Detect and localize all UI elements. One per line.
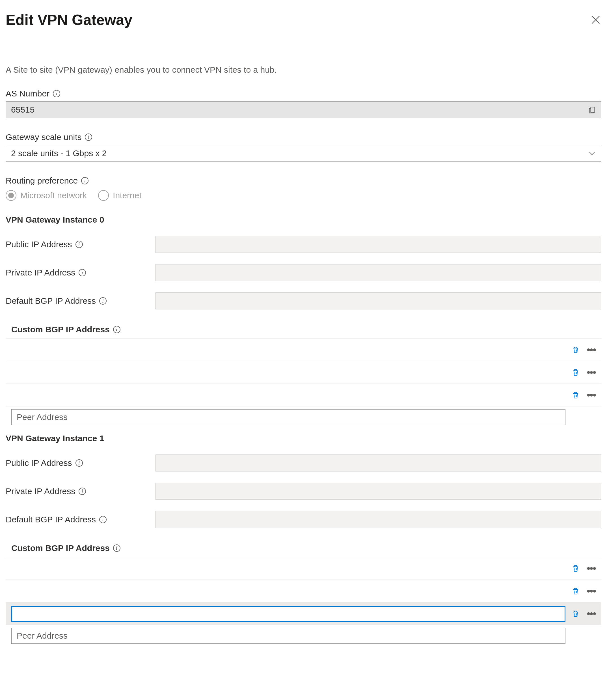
instance-1-heading: VPN Gateway Instance 1 xyxy=(6,434,601,443)
info-icon[interactable]: i xyxy=(113,326,121,333)
more-icon[interactable]: ••• xyxy=(587,345,596,355)
routing-pref-label: Routing preference xyxy=(6,176,78,186)
default-bgp-label: Default BGP IP Address xyxy=(6,296,96,306)
peer-address-input-0[interactable] xyxy=(11,409,565,425)
public-ip-field-0 xyxy=(155,236,601,253)
close-icon xyxy=(590,14,601,25)
more-icon[interactable]: ••• xyxy=(587,563,596,574)
more-icon[interactable]: ••• xyxy=(587,390,596,400)
custom-bgp-row: ••• xyxy=(6,361,601,384)
trash-icon[interactable] xyxy=(571,368,580,377)
info-icon[interactable]: i xyxy=(99,297,107,305)
routing-pref-microsoft: Microsoft network xyxy=(6,190,87,201)
description-text: A Site to site (VPN gateway) enables you… xyxy=(6,65,601,75)
as-number-label: AS Number xyxy=(6,89,49,98)
scale-units-label: Gateway scale units xyxy=(6,132,81,142)
default-bgp-field-1 xyxy=(155,511,601,528)
scale-units-select[interactable]: 2 scale units - 1 Gbps x 2 xyxy=(6,145,601,162)
default-bgp-label: Default BGP IP Address xyxy=(6,515,96,524)
custom-bgp-row: ••• xyxy=(6,580,601,602)
default-bgp-field-0 xyxy=(155,292,601,309)
trash-icon[interactable] xyxy=(571,346,580,354)
chevron-down-icon xyxy=(588,149,596,157)
private-ip-label: Private IP Address xyxy=(6,487,75,496)
custom-bgp-row-active[interactable]: ••• xyxy=(6,602,601,625)
trash-icon[interactable] xyxy=(571,610,580,618)
as-number-value: 65515 xyxy=(11,105,35,115)
info-icon[interactable]: i xyxy=(53,90,60,97)
private-ip-label: Private IP Address xyxy=(6,268,75,277)
custom-bgp-row: ••• xyxy=(6,557,601,580)
radio-icon xyxy=(98,190,109,201)
info-icon[interactable]: i xyxy=(113,544,121,552)
as-number-field: 65515 xyxy=(6,101,601,118)
info-icon[interactable]: i xyxy=(85,133,92,141)
more-icon[interactable]: ••• xyxy=(587,586,596,596)
routing-pref-ms-label: Microsoft network xyxy=(20,191,87,200)
custom-bgp-row: ••• xyxy=(6,384,601,407)
routing-pref-internet-label: Internet xyxy=(113,191,142,200)
trash-icon[interactable] xyxy=(571,587,580,595)
custom-bgp-header-1: Custom BGP IP Address xyxy=(11,543,110,553)
custom-bgp-row: ••• xyxy=(6,338,601,361)
more-icon[interactable]: ••• xyxy=(587,367,596,377)
trash-icon[interactable] xyxy=(571,391,580,399)
custom-bgp-header-0: Custom BGP IP Address xyxy=(11,325,110,334)
more-icon[interactable]: ••• xyxy=(587,609,596,619)
public-ip-label: Public IP Address xyxy=(6,240,72,249)
scale-units-value: 2 scale units - 1 Gbps x 2 xyxy=(11,148,107,158)
page-title: Edit VPN Gateway xyxy=(6,11,132,28)
public-ip-label: Public IP Address xyxy=(6,458,72,468)
info-icon[interactable]: i xyxy=(79,269,86,276)
public-ip-field-1 xyxy=(155,454,601,472)
private-ip-field-0 xyxy=(155,264,601,281)
peer-address-input-1[interactable] xyxy=(11,628,565,644)
svg-rect-2 xyxy=(591,107,594,112)
trash-icon[interactable] xyxy=(571,564,580,573)
info-icon[interactable]: i xyxy=(79,488,86,495)
instance-0-heading: VPN Gateway Instance 0 xyxy=(6,215,601,225)
info-icon[interactable]: i xyxy=(76,241,83,248)
info-icon[interactable]: i xyxy=(76,459,83,467)
custom-bgp-input-active[interactable] xyxy=(11,606,565,622)
copy-icon[interactable] xyxy=(588,106,596,114)
info-icon[interactable]: i xyxy=(99,516,107,523)
close-button[interactable] xyxy=(590,14,601,25)
info-icon[interactable]: i xyxy=(81,177,88,184)
routing-pref-internet: Internet xyxy=(98,190,142,201)
radio-icon xyxy=(6,190,16,201)
private-ip-field-1 xyxy=(155,483,601,500)
